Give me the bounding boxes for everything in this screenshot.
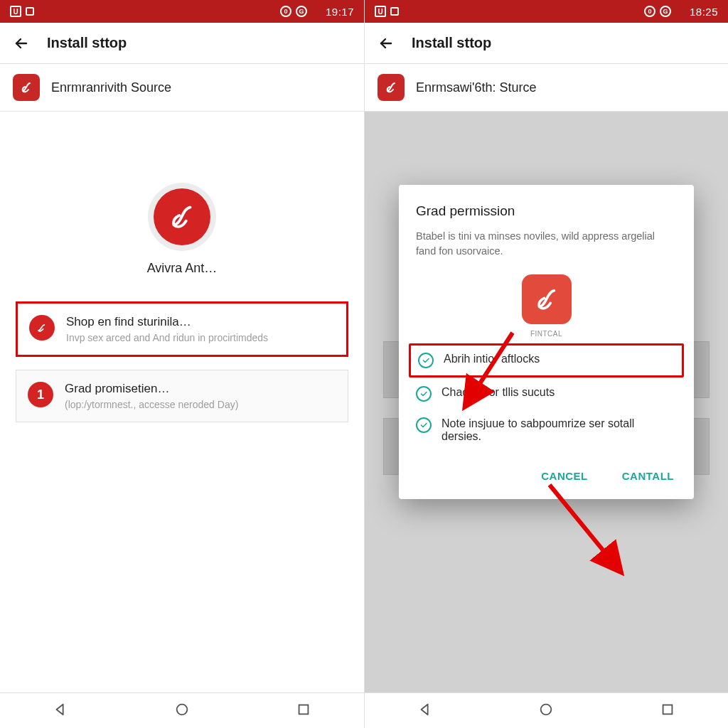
install-source-row[interactable]: Enrmranrivith Source [0, 64, 364, 112]
svg-rect-3 [299, 705, 308, 714]
status-bar: U 0 G 18:25 [365, 0, 728, 23]
check-icon [418, 353, 434, 368]
permission-list: Abrih intior aftlocks Chacleal or tllis … [416, 350, 677, 443]
card-icon [29, 315, 55, 341]
source-app-icon [13, 74, 40, 101]
nav-home-icon[interactable] [174, 702, 190, 720]
system-nav-bar [365, 692, 728, 728]
card-title: Shop en find sturinila… [66, 315, 268, 329]
card-title: Grad promisetien… [65, 382, 238, 396]
permission-dialog: Grad permission Btabel is tini va minses… [399, 185, 694, 499]
check-icon [416, 417, 432, 433]
check-icon [416, 386, 432, 402]
status-vpn-icon: 0 [280, 6, 291, 17]
card-number-icon: 1 [28, 382, 53, 407]
page-title: Install sttop [412, 35, 491, 51]
svg-rect-7 [663, 705, 672, 714]
app-badge-ring [148, 183, 216, 251]
dialog-app-icon [522, 274, 572, 324]
nav-home-icon[interactable] [538, 702, 554, 720]
svg-point-2 [177, 704, 188, 714]
status-app-icon: U [10, 6, 21, 17]
install-source-label: Enrmsawi'6th: Sturce [416, 80, 537, 95]
card-subtitle: (lop:/ytormnest., accesse neroded Day) [65, 399, 238, 410]
status-sync-icon: G [660, 6, 671, 17]
source-app-icon [378, 74, 405, 101]
page-title: Install sttop [47, 35, 127, 51]
permission-item-3[interactable]: Note insjuue to sabpoumrize ser sotall d… [416, 417, 677, 443]
status-notification-icon [26, 7, 34, 16]
permission-label: Note insjuue to sabpoumrize ser sotall d… [441, 417, 677, 443]
status-app-icon: U [375, 6, 386, 17]
dialog-title: Grad permission [416, 203, 677, 219]
status-bar: U 0 G 19:17 [0, 0, 364, 23]
install-source-row[interactable]: Enrmsawi'6th: Sturce [365, 64, 728, 112]
app-header: Install sttop [0, 23, 364, 64]
back-icon[interactable] [378, 35, 395, 52]
install-step-card-2[interactable]: 1 Grad promisetien… (lop:/ytormnest., ac… [16, 370, 348, 422]
app-badge-icon [154, 188, 210, 245]
status-time: 18:25 [690, 6, 718, 18]
screenshot-right: U 0 G 18:25 Install sttop Enrmsawi'6th: … [364, 0, 728, 728]
status-sync-icon: G [296, 6, 307, 17]
screenshot-left: U 0 G 19:17 Install sttop Enr [0, 0, 364, 728]
card-subtitle: Invp sex arced and And ridun in procirti… [66, 332, 268, 343]
app-name: Avivra Ant… [147, 261, 218, 276]
confirm-button[interactable]: CANTALL [619, 464, 677, 488]
dialog-description: Btabel is tini va minses noviles, wild a… [416, 229, 677, 259]
permission-item-2[interactable]: Chacleal or tllis sucuts [416, 386, 677, 402]
nav-recent-icon[interactable] [660, 702, 675, 720]
permission-item-1[interactable]: Abrih intior aftlocks [409, 343, 684, 378]
nav-back-icon[interactable] [417, 702, 433, 720]
status-time: 19:17 [326, 6, 354, 18]
back-icon[interactable] [13, 35, 30, 52]
nav-back-icon[interactable] [53, 702, 68, 720]
install-step-card-1[interactable]: Shop en find sturinila… Invp sex arced a… [16, 301, 348, 357]
system-nav-bar [0, 692, 364, 728]
install-source-label: Enrmranrivith Source [51, 80, 171, 95]
nav-recent-icon[interactable] [296, 702, 311, 720]
status-vpn-icon: 0 [644, 6, 655, 17]
cancel-button[interactable]: CANCEL [538, 464, 591, 488]
permission-label: Chacleal or tllis sucuts [441, 386, 555, 399]
svg-point-6 [541, 704, 552, 714]
app-header: Install sttop [365, 23, 728, 64]
dialog-icon-caption: FINTCAL [530, 330, 562, 338]
permission-label: Abrih intior aftlocks [444, 353, 540, 365]
status-notification-icon [390, 7, 399, 16]
install-body: Avivra Ant… Shop en find sturinila… Invp… [0, 112, 364, 692]
